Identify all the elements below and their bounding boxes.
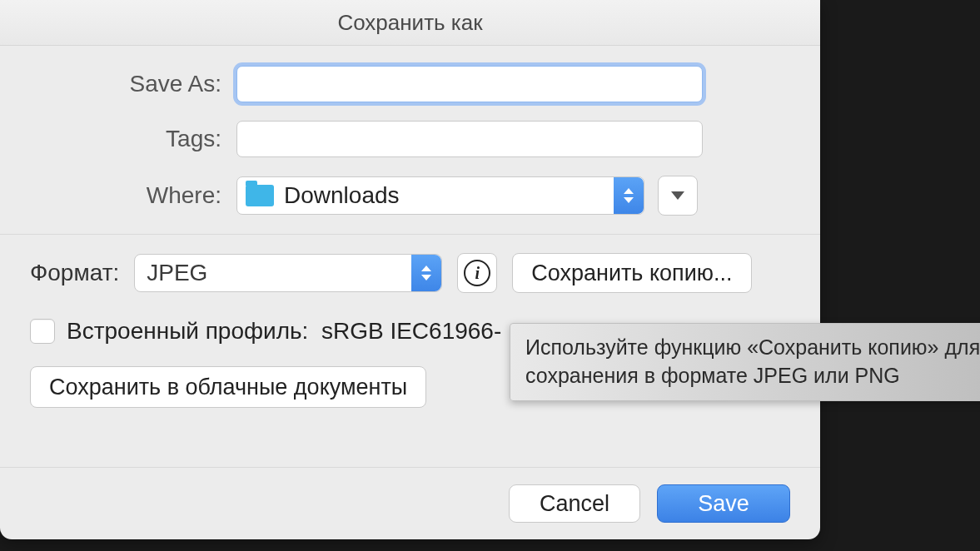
save-label: Save <box>698 491 749 517</box>
tags-row: Tags: <box>30 121 790 157</box>
cancel-label: Cancel <box>540 491 609 517</box>
save-to-cloud-button[interactable]: Сохранить в облачные документы <box>30 366 426 408</box>
where-label: Where: <box>30 182 236 209</box>
up-down-stepper-icon <box>411 255 441 291</box>
tags-label: Tags: <box>30 126 236 152</box>
save-as-input[interactable] <box>236 66 703 102</box>
save-as-label: Save As: <box>30 71 236 97</box>
format-value: JPEG <box>147 260 207 286</box>
tooltip-text: Используйте функцию «Сохранить копию» дл… <box>525 335 980 387</box>
save-as-row: Save As: <box>30 66 790 102</box>
cancel-button[interactable]: Cancel <box>509 484 640 523</box>
expand-panel-button[interactable] <box>658 176 698 216</box>
save-copy-tooltip: Используйте функцию «Сохранить копию» дл… <box>510 323 980 401</box>
embed-profile-label: Встроенный профиль: sRGB IEC61966- <box>67 318 501 345</box>
tags-input[interactable] <box>236 121 703 157</box>
where-row: Where: Downloads <box>30 176 790 216</box>
file-location-section: Save As: Tags: Where: Downloads <box>0 46 820 234</box>
save-to-cloud-label: Сохранить в облачные документы <box>49 375 407 400</box>
format-row: Формат: JPEG i Сохранить копию... <box>30 253 790 293</box>
where-value: Downloads <box>284 182 400 209</box>
dialog-footer: Cancel Save <box>0 467 820 539</box>
chevron-down-icon <box>671 191 684 200</box>
up-down-stepper-icon <box>614 177 644 214</box>
format-label: Формат: <box>30 260 119 286</box>
embed-profile-checkbox[interactable] <box>30 319 55 344</box>
info-icon: i <box>464 260 490 286</box>
where-select[interactable]: Downloads <box>236 176 644 215</box>
format-info-button[interactable]: i <box>457 253 497 293</box>
folder-icon <box>246 185 274 206</box>
dialog-title: Сохранить как <box>0 0 820 46</box>
save-button[interactable]: Save <box>657 484 790 523</box>
save-copy-label: Сохранить копию... <box>531 261 732 286</box>
save-copy-button[interactable]: Сохранить копию... <box>512 253 751 293</box>
save-as-dialog: Сохранить как Save As: Tags: Where: Down… <box>0 0 820 539</box>
format-select[interactable]: JPEG <box>134 254 442 292</box>
